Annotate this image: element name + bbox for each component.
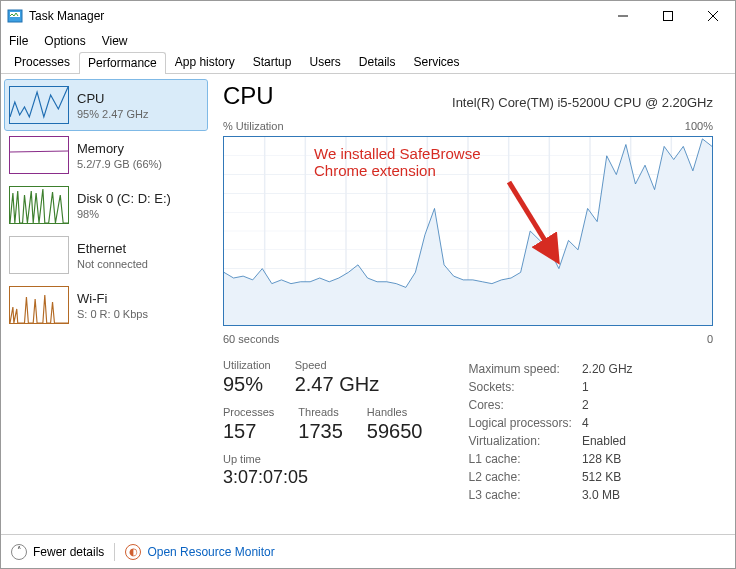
uptime-value: 3:07:07:05: [223, 467, 446, 488]
sidebar-sparkline: [9, 236, 69, 274]
tab-users[interactable]: Users: [300, 51, 349, 73]
detail-label: L2 cache:: [468, 469, 579, 485]
sidebar-item-ethernet[interactable]: Ethernet Not connected: [5, 230, 207, 280]
chart-y-max: 100%: [685, 120, 713, 132]
tab-startup[interactable]: Startup: [244, 51, 301, 73]
sidebar-item-title: Disk 0 (C: D: E:): [77, 191, 171, 206]
stat-value: 95%: [223, 373, 271, 396]
detail-value: 1: [582, 379, 641, 395]
menu-file[interactable]: File: [9, 34, 28, 48]
minimize-icon: [618, 11, 628, 21]
detail-label: L3 cache:: [468, 487, 579, 503]
stat-threads: Threads1735: [298, 406, 343, 443]
stat-label: Handles: [367, 406, 423, 418]
sidebar-item-title: Ethernet: [77, 241, 148, 256]
open-resource-monitor-link[interactable]: ◐ Open Resource Monitor: [125, 544, 274, 560]
detail-label: Cores:: [468, 397, 579, 413]
resource-monitor-icon: ◐: [125, 544, 141, 560]
tab-services[interactable]: Services: [405, 51, 469, 73]
chart-annotation: We installed SafeBrowse Chrome extension: [314, 145, 480, 179]
detail-label: Virtualization:: [468, 433, 579, 449]
sidebar-item-wi-fi[interactable]: Wi-Fi S: 0 R: 0 Kbps: [5, 280, 207, 330]
sidebar-item-sub: S: 0 R: 0 Kbps: [77, 308, 148, 320]
table-row: Sockets:1: [468, 379, 640, 395]
page-title: CPU: [223, 82, 274, 110]
chevron-up-icon: ˄: [11, 544, 27, 560]
sidebar-sparkline: [9, 186, 69, 224]
detail-value: 3.0 MB: [582, 487, 641, 503]
detail-label: Sockets:: [468, 379, 579, 395]
stat-speed: Speed2.47 GHz: [295, 359, 379, 396]
table-row: L1 cache:128 KB: [468, 451, 640, 467]
sidebar-item-cpu[interactable]: CPU 95% 2.47 GHz: [5, 80, 207, 130]
sidebar-item-sub: 95% 2.47 GHz: [77, 108, 149, 120]
chart-y-label: % Utilization: [223, 120, 284, 132]
detail-label: L1 cache:: [468, 451, 579, 467]
sidebar-item-sub: Not connected: [77, 258, 148, 270]
stat-value: 157: [223, 420, 274, 443]
sidebar-item-disk-0-c-d-e-[interactable]: Disk 0 (C: D: E:) 98%: [5, 180, 207, 230]
sidebar-item-memory[interactable]: Memory 5.2/7.9 GB (66%): [5, 130, 207, 180]
task-manager-window: Task Manager File Options View Processes…: [0, 0, 736, 569]
table-row: Logical processors:4: [468, 415, 640, 431]
stat-handles: Handles59650: [367, 406, 423, 443]
divider: [114, 543, 115, 561]
sidebar-item-title: CPU: [77, 91, 149, 106]
close-icon: [708, 11, 718, 21]
stat-value: 1735: [298, 420, 343, 443]
footer: ˄ Fewer details ◐ Open Resource Monitor: [1, 534, 735, 568]
svg-line-27: [509, 182, 552, 252]
menu-options[interactable]: Options: [44, 34, 85, 48]
chart-x-left: 60 seconds: [223, 333, 279, 345]
stat-label: Speed: [295, 359, 379, 371]
sidebar-item-sub: 98%: [77, 208, 171, 220]
stat-value: 59650: [367, 420, 423, 443]
stat-label: Threads: [298, 406, 343, 418]
tab-app-history[interactable]: App history: [166, 51, 244, 73]
tab-performance[interactable]: Performance: [79, 52, 166, 74]
titlebar: Task Manager: [1, 1, 735, 31]
cpu-model-name: Intel(R) Core(TM) i5-5200U CPU @ 2.20GHz: [452, 95, 713, 110]
stat-value: 2.47 GHz: [295, 373, 379, 396]
table-row: L2 cache:512 KB: [468, 469, 640, 485]
sidebar-item-sub: 5.2/7.9 GB (66%): [77, 158, 162, 170]
tab-details[interactable]: Details: [350, 51, 405, 73]
table-row: L3 cache:3.0 MB: [468, 487, 640, 503]
stat-label: Processes: [223, 406, 274, 418]
svg-rect-3: [663, 12, 672, 21]
annotation-arrow-icon: [504, 177, 735, 365]
sidebar-sparkline: [9, 86, 69, 124]
uptime-label: Up time: [223, 453, 446, 465]
sidebar-sparkline: [9, 136, 69, 174]
maximize-icon: [663, 11, 673, 21]
detail-value: 128 KB: [582, 451, 641, 467]
table-row: Cores:2: [468, 397, 640, 413]
app-icon: [7, 8, 23, 24]
cpu-utilization-chart[interactable]: We installed SafeBrowse Chrome extension: [223, 136, 713, 326]
sidebar-item-title: Wi-Fi: [77, 291, 148, 306]
detail-label: Logical processors:: [468, 415, 579, 431]
detail-value: 512 KB: [582, 469, 641, 485]
tabs: Processes Performance App history Startu…: [1, 51, 735, 74]
minimize-button[interactable]: [600, 1, 645, 31]
sidebar: CPU 95% 2.47 GHz Memory 5.2/7.9 GB (66%)…: [1, 74, 211, 534]
tab-processes[interactable]: Processes: [5, 51, 79, 73]
stat-utilization: Utilization95%: [223, 359, 271, 396]
sidebar-item-title: Memory: [77, 141, 162, 156]
table-row: Virtualization:Enabled: [468, 433, 640, 449]
menubar: File Options View: [1, 31, 735, 51]
cpu-details-table: Maximum speed:2.20 GHzSockets:1Cores:2Lo…: [466, 359, 642, 505]
window-title: Task Manager: [29, 9, 104, 23]
menu-view[interactable]: View: [102, 34, 128, 48]
main-panel: CPU Intel(R) Core(TM) i5-5200U CPU @ 2.2…: [211, 74, 735, 534]
stat-processes: Processes157: [223, 406, 274, 443]
detail-value: 2: [582, 397, 641, 413]
sidebar-sparkline: [9, 286, 69, 324]
stat-label: Utilization: [223, 359, 271, 371]
fewer-details-button[interactable]: ˄ Fewer details: [11, 544, 104, 560]
maximize-button[interactable]: [645, 1, 690, 31]
detail-value: 4: [582, 415, 641, 431]
detail-value: Enabled: [582, 433, 641, 449]
close-button[interactable]: [690, 1, 735, 31]
